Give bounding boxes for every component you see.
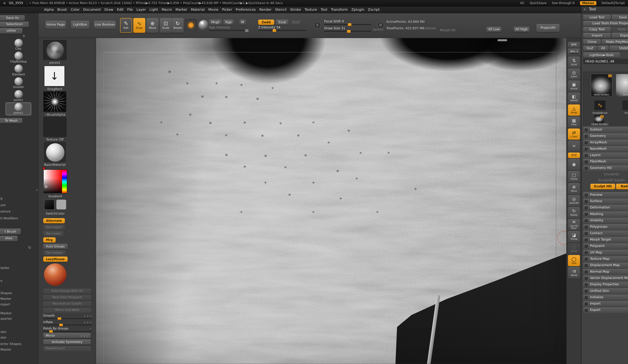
tray-button[interactable]: Alternate — [43, 218, 65, 223]
tool-section-header[interactable]: Geometry — [583, 133, 628, 139]
sculptris-pro-icon[interactable]: S — [314, 22, 321, 29]
tool-section-header[interactable]: Display Properties — [583, 282, 628, 288]
right-shelf-button[interactable]: △ Persp — [568, 104, 580, 116]
goz-visible-button[interactable]: Visible — [610, 46, 628, 51]
right-shelf-button[interactable]: ◪ Transp — [568, 231, 580, 242]
default-zscript-button[interactable]: DefaultZScript — [602, 1, 625, 5]
cutoff-button[interactable]: t Brush — [0, 228, 21, 234]
tool-thumbnail[interactable]: 2 — [594, 114, 604, 123]
secondary-color-swatch[interactable] — [56, 199, 67, 210]
tray-group-button[interactable]: Mirror And Weld — [43, 308, 91, 312]
menu-item[interactable]: Texture — [305, 7, 317, 12]
draw-mode-button[interactable]: ∿ Draw — [133, 18, 145, 33]
import-tool-button[interactable]: Import — [583, 33, 611, 38]
right-shelf-button[interactable]: ▦ Floor — [568, 116, 580, 128]
tool-section-header[interactable]: Geometry HD — [583, 165, 628, 171]
tray-button[interactable]: Del Higher — [43, 224, 65, 230]
colorize-button[interactable]: Colorize — [423, 26, 436, 30]
tool-thumbnail[interactable]: ∿ — [594, 100, 606, 110]
quicksave-button[interactable]: QuickSave — [530, 1, 547, 5]
brush-preset[interactable]: Standard — [6, 64, 31, 77]
menu-item[interactable]: Zplugin — [351, 7, 364, 12]
project-all-button[interactable]: ProjectAll — [536, 24, 559, 32]
right-shelf-button[interactable]: ◎ Zoom3D — [568, 195, 580, 206]
right-shelf-button[interactable]: ⊕ Move — [568, 183, 580, 194]
menu-item[interactable]: File — [127, 7, 133, 12]
menu-item[interactable]: Render — [259, 7, 272, 12]
divide-hd-button[interactable]: DivideHD — [583, 172, 628, 177]
tool-section-header[interactable]: Import — [583, 301, 628, 307]
sculpt-hd-button[interactable]: Sculpt HD — [590, 184, 615, 189]
load-tool-button[interactable]: Load Tool — [583, 15, 611, 20]
make-polymesh3d-button[interactable]: Make PolyMesh3D — [602, 39, 628, 44]
menu-item[interactable]: Zscript — [368, 7, 380, 12]
to-mesh-button[interactable]: To Mesh — [0, 118, 22, 123]
material-thumbnail[interactable] — [44, 142, 66, 162]
left-tray-toggle-icon[interactable]: › — [36, 188, 38, 192]
m-button[interactable]: M — [239, 20, 246, 25]
save-as-button[interactable]: Save As — [0, 15, 25, 21]
menu-item[interactable]: Edit — [117, 7, 123, 12]
zsub-button[interactable]: Zsub — [276, 20, 289, 25]
menu-item[interactable]: Preferences — [236, 7, 256, 12]
brush-preset[interactable]: poros1 — [6, 102, 31, 115]
tool-section-header[interactable]: Layers — [583, 152, 628, 158]
menu-item[interactable]: Light — [150, 7, 158, 12]
goz-button[interactable]: GoZ — [583, 46, 597, 51]
export-tool-button[interactable]: Export — [612, 33, 628, 38]
lightbox-button[interactable]: LightBox — [71, 21, 89, 29]
menus-button[interactable]: Menus — [580, 1, 596, 5]
brush-preset[interactable]: ClayBuildup — [6, 51, 31, 64]
main-color-swatch[interactable] — [44, 199, 55, 210]
menu-item[interactable]: Material — [191, 7, 205, 12]
tool-section-header[interactable]: NanoMesh — [583, 146, 628, 152]
select-icon-button[interactable]: SelectIcon — [0, 22, 29, 27]
switch-color-label[interactable]: SwitchColor — [41, 212, 70, 216]
tray-group-button[interactable]: New From Polypaint — [43, 295, 91, 300]
lightbox-tools-button[interactable]: Lightbox►Tools — [583, 52, 620, 58]
menu-item[interactable]: Tool — [321, 7, 327, 12]
tool-section-header[interactable]: Polygroups — [583, 224, 628, 230]
rgb-button[interactable]: Rgb — [223, 20, 234, 25]
radial-count-slider[interactable]: RadialCount — [43, 346, 91, 351]
menu-item[interactable]: Document — [83, 7, 101, 12]
alpha-thumbnail[interactable] — [43, 91, 67, 112]
menu-item[interactable]: Color — [71, 7, 79, 12]
save-as-tool-button[interactable]: Save As — [612, 15, 628, 20]
tool-section-header[interactable]: Deformation — [583, 205, 628, 211]
dynamic-mode-icon[interactable]: D — [377, 22, 384, 29]
cutoff-button[interactable]: shes — [0, 236, 18, 241]
right-shelf-button[interactable]: ▣ Actual — [568, 80, 580, 92]
right-shelf-button[interactable]: BPR — [568, 42, 580, 48]
menu-item[interactable]: Brush — [57, 7, 67, 12]
menu-item[interactable]: Marker — [175, 7, 187, 12]
tool-section-header[interactable]: FiberMesh — [583, 159, 628, 164]
right-shelf-button[interactable]: ◎ Zoom — [568, 69, 580, 80]
rotate-mode-button[interactable]: ↻ Rotate — [172, 18, 184, 33]
deformation-slider[interactable]: Inflatex y z — [43, 320, 92, 327]
menu-item[interactable]: Alpha — [44, 7, 54, 12]
copy-tool-button[interactable]: Copy Tool — [583, 27, 611, 32]
brush-thumbnail[interactable] — [43, 40, 67, 60]
tool-section-header[interactable]: Vector Displacement Map — [583, 275, 628, 281]
menu-item[interactable]: Transform — [331, 7, 348, 12]
collapse-icon[interactable]: « — [584, 7, 586, 12]
all-low-button[interactable]: All Low — [486, 27, 502, 32]
right-shelf-button[interactable]: ≡ Line Fill PolyF — [568, 219, 580, 230]
goz-all-button[interactable]: All — [598, 46, 609, 51]
right-shelf-button[interactable]: ◯ Solo — [568, 255, 580, 266]
move-mode-button[interactable]: ⊕ Move — [147, 18, 158, 33]
refresh-icon[interactable]: ↻ — [28, 245, 31, 250]
right-shelf-button[interactable]: ↻ Rotate — [568, 207, 580, 218]
tool-section-header[interactable]: Normal Map — [583, 269, 628, 275]
deformation-slider[interactable]: Smoothx y z — [43, 314, 92, 320]
right-shelf-button[interactable]: □ Frame — [568, 171, 580, 182]
tool-section-header[interactable]: Visibility — [583, 218, 628, 223]
tray-button[interactable]: Mrg — [43, 237, 55, 243]
right-shelf-button[interactable]: ◌ Ghost — [568, 243, 580, 254]
tray-button[interactable]: LazyMouse — [43, 257, 68, 262]
color-picker[interactable] — [43, 169, 67, 193]
tray-group-button[interactable]: Auto Groups With UV — [43, 289, 91, 293]
current-material-icon[interactable] — [199, 20, 209, 30]
home-page-button[interactable]: Home Page — [45, 21, 66, 29]
